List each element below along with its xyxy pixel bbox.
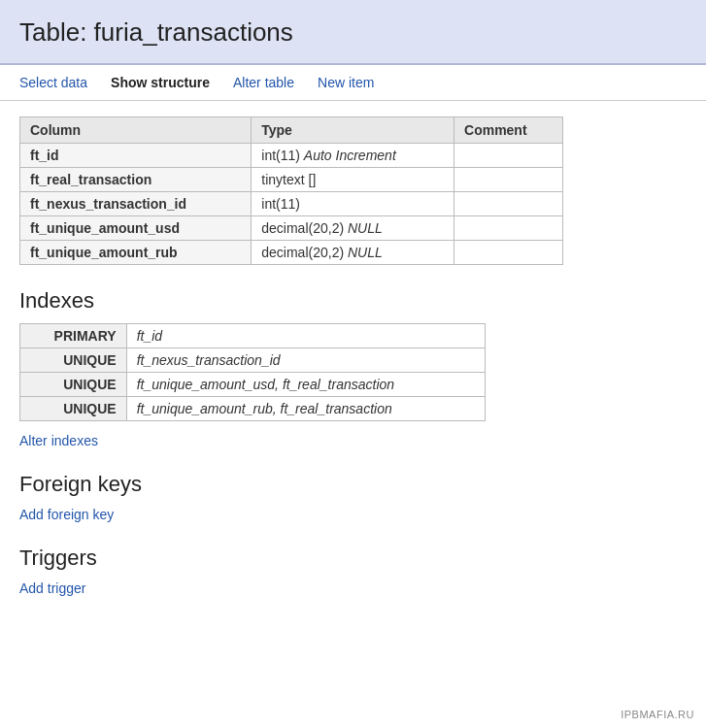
page-title: Table: furia_transactions (19, 17, 687, 48)
col-name-cell: ft_real_transaction (20, 168, 252, 192)
nav-bar: Select data Show structure Alter table N… (0, 65, 706, 101)
col-header-comment: Comment (454, 117, 563, 144)
index-row: UNIQUEft_nexus_transaction_id (20, 348, 486, 373)
add-foreign-key-link[interactable]: Add foreign key (19, 507, 114, 522)
col-comment-cell (454, 216, 563, 241)
col-comment-cell (454, 168, 563, 192)
page-title-bar: Table: furia_transactions (0, 0, 706, 65)
index-columns-cell: ft_unique_amount_rub, ft_real_transactio… (126, 397, 485, 421)
col-comment-cell (454, 144, 563, 168)
triggers-heading: Triggers (19, 546, 687, 571)
col-header-type: Type (252, 117, 454, 144)
col-header-column: Column (20, 117, 252, 144)
alter-indexes-link[interactable]: Alter indexes (19, 433, 98, 448)
main-content: Column Type Comment ft_idint(11) Auto In… (0, 101, 706, 615)
index-row: PRIMARYft_id (20, 324, 486, 348)
table-row: ft_idint(11) Auto Increment (20, 144, 563, 168)
index-columns-cell: ft_id (126, 324, 485, 348)
col-type-cell: decimal(20,2) NULL (252, 216, 454, 241)
add-trigger-link[interactable]: Add trigger (19, 580, 85, 596)
col-type-cell: decimal(20,2) NULL (252, 241, 454, 265)
index-row: UNIQUEft_unique_amount_rub, ft_real_tran… (20, 397, 486, 421)
col-name-cell: ft_unique_amount_rub (20, 241, 252, 265)
col-name-cell: ft_id (20, 144, 252, 168)
foreign-keys-heading: Foreign keys (19, 472, 687, 497)
col-comment-cell (454, 241, 563, 265)
indexes-heading: Indexes (19, 288, 687, 314)
nav-select-data[interactable]: Select data (19, 75, 87, 90)
index-row: UNIQUEft_unique_amount_usd, ft_real_tran… (20, 373, 486, 397)
index-type-cell: UNIQUE (20, 348, 127, 373)
col-name-cell: ft_unique_amount_usd (20, 216, 252, 241)
table-row: ft_unique_amount_rubdecimal(20,2) NULL (20, 241, 563, 265)
nav-alter-table[interactable]: Alter table (233, 75, 294, 90)
nav-new-item[interactable]: New item (318, 75, 374, 90)
index-columns-cell: ft_unique_amount_usd, ft_real_transactio… (126, 373, 485, 397)
table-row: ft_nexus_transaction_idint(11) (20, 192, 563, 216)
index-type-cell: UNIQUE (20, 373, 127, 397)
nav-show-structure[interactable]: Show structure (111, 75, 210, 90)
structure-table: Column Type Comment ft_idint(11) Auto In… (19, 116, 563, 265)
col-type-cell: tinytext [] (252, 168, 454, 192)
col-type-cell: int(11) Auto Increment (252, 144, 454, 168)
indexes-table: PRIMARYft_idUNIQUEft_nexus_transaction_i… (19, 323, 486, 421)
table-row: ft_unique_amount_usddecimal(20,2) NULL (20, 216, 563, 241)
index-columns-cell: ft_nexus_transaction_id (126, 348, 485, 373)
col-comment-cell (454, 192, 563, 216)
col-type-cell: int(11) (252, 192, 454, 216)
index-type-cell: UNIQUE (20, 397, 127, 421)
table-row: ft_real_transactiontinytext [] (20, 168, 563, 192)
index-type-cell: PRIMARY (20, 324, 127, 348)
col-name-cell: ft_nexus_transaction_id (20, 192, 252, 216)
